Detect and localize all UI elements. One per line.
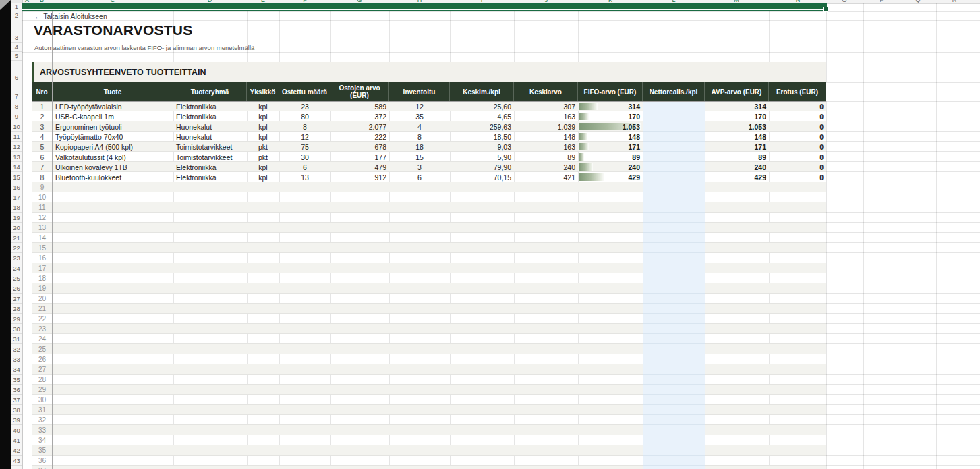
netto-cell[interactable] xyxy=(643,192,705,202)
table-cell[interactable]: 89 xyxy=(705,152,769,162)
nro-cell[interactable]: 25 xyxy=(32,344,53,354)
table-cell[interactable]: Toimistotarvikkeet xyxy=(173,152,247,162)
netto-cell[interactable] xyxy=(643,121,705,132)
back-link[interactable]: ← Takaisin Aloitukseen xyxy=(34,12,107,20)
row-number[interactable]: 6 xyxy=(11,61,22,82)
table-cell[interactable]: 1.053 xyxy=(705,121,769,132)
nro-cell[interactable]: 35 xyxy=(32,445,53,456)
nro-cell[interactable]: 29 xyxy=(32,385,53,395)
netto-cell[interactable] xyxy=(643,334,705,344)
table-cell[interactable]: 30 xyxy=(279,152,330,162)
column-header-cell[interactable]: Tuote xyxy=(53,82,173,101)
table-cell[interactable]: 18,50 xyxy=(450,132,514,142)
table-cell[interactable]: 177 xyxy=(330,152,389,162)
nro-cell[interactable]: 11 xyxy=(32,202,53,213)
row-number[interactable]: 3 xyxy=(11,20,22,43)
nro-cell[interactable]: 37 xyxy=(32,466,53,469)
table-cell[interactable]: 0 xyxy=(769,111,826,121)
nro-cell[interactable]: 3 xyxy=(32,121,53,132)
table-cell[interactable]: 171 xyxy=(705,142,769,152)
table-cell[interactable]: 912 xyxy=(330,172,389,182)
nro-cell[interactable]: 34 xyxy=(32,435,53,445)
netto-cell[interactable] xyxy=(643,456,705,466)
column-header-cell[interactable]: Yksikkö xyxy=(247,82,279,101)
netto-cell[interactable] xyxy=(643,172,705,182)
nro-cell[interactable]: 23 xyxy=(32,324,53,334)
row-number[interactable]: 40 xyxy=(11,425,22,435)
nro-cell[interactable]: 32 xyxy=(32,415,53,425)
row-number[interactable]: 38 xyxy=(11,405,22,415)
netto-cell[interactable] xyxy=(643,283,705,294)
nro-cell[interactable]: 10 xyxy=(32,192,53,202)
netto-cell[interactable] xyxy=(643,364,705,375)
row-number[interactable]: 36 xyxy=(11,385,22,395)
row-number[interactable]: 25 xyxy=(11,273,22,283)
column-header-cell[interactable]: Nro xyxy=(32,82,53,101)
netto-cell[interactable] xyxy=(643,385,705,395)
table-cell[interactable]: 89 xyxy=(514,152,578,162)
table-cell[interactable]: LED-työpöytävalaisin xyxy=(53,101,173,111)
row-number[interactable]: 10 xyxy=(11,121,22,132)
table-cell[interactable]: 589 xyxy=(330,101,389,111)
table-cell[interactable]: 372 xyxy=(330,111,389,121)
row-number[interactable]: 35 xyxy=(11,375,22,385)
nro-cell[interactable]: 22 xyxy=(32,314,53,324)
fill-handle[interactable] xyxy=(823,7,828,12)
row-number[interactable]: 15 xyxy=(11,172,22,182)
column-letter[interactable]: O xyxy=(838,0,851,3)
table-cell[interactable]: Huonekalut xyxy=(173,132,247,142)
table-cell[interactable]: 23 xyxy=(279,101,330,111)
column-letter[interactable]: Q xyxy=(911,0,925,3)
table-cell[interactable]: USB-C-kaapeli 1m xyxy=(53,111,173,121)
netto-cell[interactable] xyxy=(643,162,705,172)
nro-cell[interactable]: 2 xyxy=(32,111,53,121)
netto-cell[interactable] xyxy=(643,223,705,233)
netto-cell[interactable] xyxy=(643,233,705,243)
table-cell[interactable]: 678 xyxy=(330,142,389,152)
table-cell[interactable]: kpl xyxy=(247,121,279,132)
nro-cell[interactable]: 17 xyxy=(32,263,53,273)
row-number[interactable]: 17 xyxy=(11,192,22,202)
table-cell[interactable]: 6 xyxy=(279,162,330,172)
netto-cell[interactable] xyxy=(643,445,705,456)
table-cell[interactable]: 1.039 xyxy=(514,121,578,132)
row-number[interactable]: 43 xyxy=(11,456,22,466)
row-number[interactable]: 13 xyxy=(11,152,22,162)
table-cell[interactable]: 5,90 xyxy=(450,152,514,162)
table-cell[interactable]: 4,65 xyxy=(450,111,514,121)
row-number[interactable]: 32 xyxy=(11,344,22,354)
row-number[interactable]: 7 xyxy=(11,82,22,101)
netto-cell[interactable] xyxy=(643,425,705,435)
table-cell[interactable]: 0 xyxy=(769,172,826,182)
nro-cell[interactable]: 33 xyxy=(32,425,53,435)
nro-cell[interactable]: 9 xyxy=(32,182,53,192)
row-number[interactable]: 5 xyxy=(11,52,22,61)
nro-cell[interactable]: 6 xyxy=(32,152,53,162)
table-cell[interactable]: 170 xyxy=(705,111,769,121)
row-number[interactable]: 16 xyxy=(11,182,22,192)
table-cell[interactable]: 0 xyxy=(769,132,826,142)
netto-cell[interactable] xyxy=(643,101,705,111)
netto-cell[interactable] xyxy=(643,304,705,314)
row-number[interactable]: 34 xyxy=(11,364,22,375)
table-cell[interactable]: 0 xyxy=(769,121,826,132)
table-cell[interactable]: 15 xyxy=(389,152,450,162)
netto-cell[interactable] xyxy=(643,111,705,121)
table-cell[interactable]: 148 xyxy=(578,132,643,142)
table-cell[interactable]: pkt xyxy=(247,142,279,152)
table-cell[interactable]: 148 xyxy=(514,132,578,142)
row-number[interactable]: 4 xyxy=(11,43,22,52)
netto-cell[interactable] xyxy=(643,435,705,445)
nro-cell[interactable]: 16 xyxy=(32,253,53,263)
table-cell[interactable]: Elektroniikka xyxy=(173,101,247,111)
netto-cell[interactable] xyxy=(643,294,705,304)
table-cell[interactable]: 3 xyxy=(389,162,450,172)
nro-cell[interactable]: 1 xyxy=(32,101,53,111)
nro-cell[interactable]: 8 xyxy=(32,172,53,182)
table-cell[interactable]: 429 xyxy=(578,172,643,182)
table-cell[interactable]: kpl xyxy=(247,111,279,121)
table-cell[interactable]: 75 xyxy=(279,142,330,152)
table-cell[interactable]: 240 xyxy=(705,162,769,172)
table-cell[interactable]: 12 xyxy=(279,132,330,142)
table-cell[interactable]: 4 xyxy=(389,121,450,132)
